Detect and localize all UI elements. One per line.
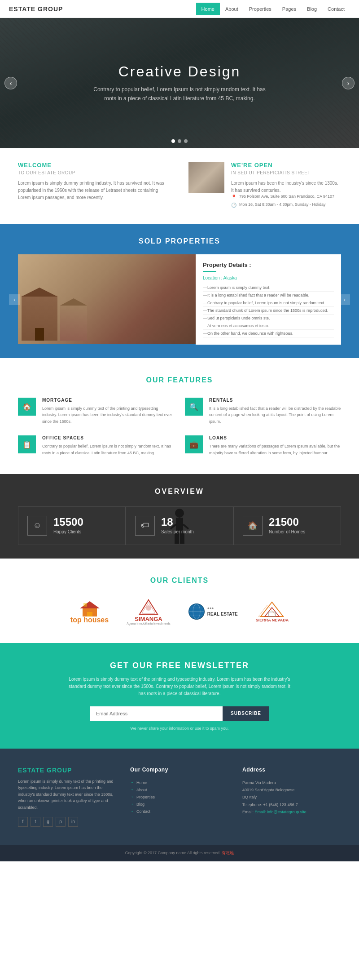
brand-logo: ESTATE GROUP: [9, 5, 63, 13]
overview-sales: 🏷 18 Sales per month: [126, 506, 233, 545]
svg-rect-8: [87, 612, 92, 616]
nav-properties[interactable]: Properties: [244, 3, 277, 15]
chevron-right-icon: ›: [347, 80, 350, 87]
sold-prev-button[interactable]: ‹: [9, 294, 20, 305]
svg-point-12: [146, 605, 151, 611]
client-top-houses: top houses: [70, 599, 109, 624]
arrow-icon: →: [130, 788, 134, 792]
sierra-text: SIERRA NEVADA: [256, 618, 289, 622]
company-title: Our Company: [130, 767, 229, 773]
feature-mortgage-content: MORTGAGE Lorem ipsum is simply dummy tex…: [42, 398, 174, 425]
link-home[interactable]: Home: [136, 780, 147, 785]
welcome-title: WELCOME: [18, 162, 171, 169]
clients-section: OUR CLIENTS top houses: [0, 559, 359, 643]
svg-rect-9: [83, 603, 87, 607]
feature-rentals-content: RENTALS It is a long established fact th…: [209, 398, 341, 425]
globe-icon: [188, 603, 205, 620]
copyright-text: Copyright © 2017.Company name All rights…: [125, 851, 221, 855]
nav-about[interactable]: About: [220, 3, 244, 15]
link-blog[interactable]: Blog: [136, 802, 144, 807]
arrow-icon: →: [130, 802, 134, 806]
loans-title: LOANS: [209, 435, 341, 440]
welcome-text: Lorem ipsum is simply dummy printing ind…: [18, 180, 171, 201]
address-line-3: BQ Italy: [242, 794, 341, 801]
clients-number: 15500: [53, 517, 83, 528]
rentals-title: RENTALS: [209, 398, 341, 403]
clock-icon: 🕐: [231, 203, 236, 208]
tophouses-text: top houses: [70, 616, 109, 624]
loans-text: There are many variations of passages of…: [209, 443, 341, 456]
hero-section: ‹ Creative Design Contrary to popular be…: [0, 18, 359, 148]
email-input[interactable]: [90, 706, 223, 721]
homes-number: 21500: [269, 517, 305, 528]
subscribe-button[interactable]: SUBSCRIBE: [223, 706, 269, 721]
details-divider: [203, 271, 216, 272]
mortgage-title: MORTGAGE: [42, 398, 174, 403]
feature-office: 📋 OFFICE SPACES Contrary to popular beli…: [18, 435, 174, 456]
overview-section: OVERVIEW ☺ 15500 Happy Clients 🏷 18 Sale…: [0, 474, 359, 559]
link-about[interactable]: About: [136, 788, 147, 792]
address-item: 📍 795 Folsom Ave, Suite 600 San Francisc…: [231, 194, 341, 200]
linkedin-icon[interactable]: in: [68, 817, 78, 827]
chevron-left-icon: ‹: [10, 80, 12, 87]
google-plus-icon[interactable]: g: [43, 817, 53, 827]
rentals-icon: 🔍: [185, 398, 203, 416]
sales-label: Sales per month: [161, 529, 194, 534]
navbar: ESTATE GROUP Home About Properties Pages…: [0, 0, 359, 18]
client-sierra-nevada: SIERRA NEVADA: [256, 600, 289, 622]
feature-office-content: OFFICE SPACES Contrary to popular belief…: [42, 435, 174, 456]
hero-prev-button[interactable]: ‹: [4, 77, 17, 89]
features-section: OUR FEATURES 🏠 MORTGAGE Lorem ipsum is s…: [0, 358, 359, 474]
location-value: Alaska: [223, 275, 237, 280]
homes-stats: 21500 Number of Homes: [269, 517, 305, 534]
hero-next-button[interactable]: ›: [342, 77, 355, 89]
overview-clients: ☺ 15500 Happy Clients: [18, 506, 126, 545]
footer-brand: ESTATE GROUP: [18, 767, 117, 774]
newsletter-form: SUBSCRIBE: [90, 706, 269, 721]
facebook-icon[interactable]: f: [18, 817, 28, 827]
footer-link-home: → Home: [130, 779, 229, 786]
welcome-block: WELCOME TO OUR ESTATE GROUP Lorem ipsum …: [18, 162, 171, 210]
list-item: At vero eos et accusamus et iusto.: [203, 322, 334, 330]
footer-link-about: → About: [130, 786, 229, 794]
footer: ESTATE GROUP Lorem ipsum is simply dummy…: [0, 749, 359, 845]
copyright-link[interactable]: 有吃地: [222, 851, 234, 855]
loans-icon: 💼: [185, 435, 203, 453]
footer-social: f t g p in: [18, 817, 117, 827]
hero-title: Creative Design: [90, 63, 269, 80]
list-item: Lorem ipsum is simply dummy text.: [203, 284, 334, 292]
pinterest-icon[interactable]: p: [56, 817, 66, 827]
sold-next-button[interactable]: ›: [339, 294, 350, 305]
hero-dot-1[interactable]: [171, 139, 175, 143]
hero-dot-2[interactable]: [178, 139, 181, 143]
link-properties[interactable]: Properties: [136, 795, 155, 799]
sold-section: SOLD PROPERTIES ‹ Prop: [0, 224, 359, 358]
details-location: Location : Alaska: [203, 275, 334, 280]
address-email: Email: Email: info@estategroup.site: [242, 808, 341, 816]
link-contact[interactable]: Contact: [136, 809, 150, 814]
office-title: OFFICE SPACES: [42, 435, 174, 440]
hero-dot-3[interactable]: [184, 139, 188, 143]
location-icon: 📍: [231, 195, 236, 200]
overview-grid: ☺ 15500 Happy Clients 🏷 18 Sales per mon…: [18, 506, 341, 545]
nav-blog[interactable]: Blog: [302, 3, 322, 15]
clients-icon: ☺: [27, 516, 47, 536]
arrow-icon: →: [130, 809, 134, 813]
nav-contact[interactable]: Contact: [322, 3, 350, 15]
features-title: OUR FEATURES: [18, 376, 341, 384]
footer-nav: → Home → About → Properties → Blog → Con…: [130, 779, 229, 815]
hours-item: 🕐 Mon 16, Sat 8:30am - 4:30pm, Sunday - …: [231, 202, 341, 208]
details-list: Lorem ipsum is simply dummy text. It is …: [203, 284, 334, 337]
list-item: It is a long established fact that a rea…: [203, 292, 334, 299]
twitter-icon[interactable]: t: [31, 817, 40, 827]
nav-pages[interactable]: Pages: [277, 3, 302, 15]
nav-home[interactable]: Home: [196, 3, 220, 15]
nav-menu: Home About Properties Pages Blog Contact: [196, 3, 350, 15]
hero-subtitle: Contrary to popular belief, Lorem Ipsum …: [90, 85, 269, 102]
footer-company: Our Company → Home → About → Properties …: [130, 767, 229, 827]
address-content: Parma Via Madera 40019 Sant'Agata Bologn…: [242, 779, 341, 816]
open-details: WE'RE OPEN IN SED UT PERSPICIATIS STREET…: [231, 162, 341, 210]
client-real-estate: ●●● REAL ESTATE: [188, 603, 238, 620]
clients-label: Happy Clients: [53, 529, 83, 534]
details-title: Property Details :: [203, 262, 334, 268]
